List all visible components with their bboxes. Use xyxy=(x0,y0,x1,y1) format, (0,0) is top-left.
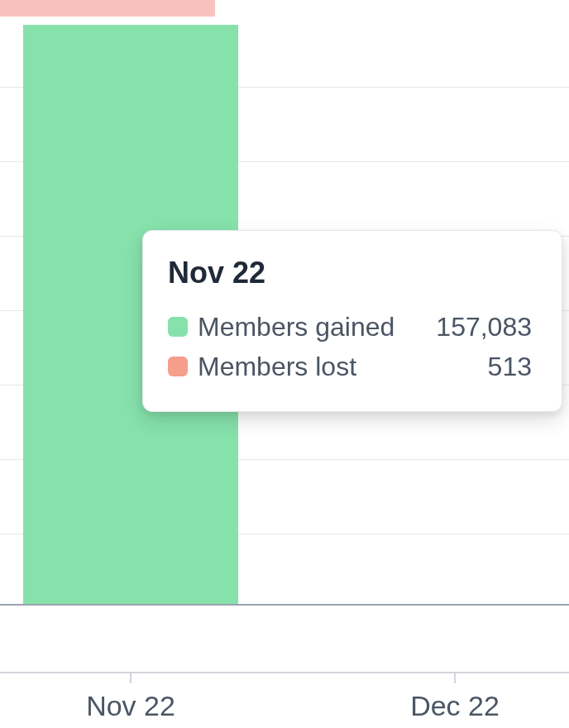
tooltip-row-gained: Members gained 157,083 xyxy=(168,307,532,347)
x-axis-label-dec: Dec 22 xyxy=(410,690,500,722)
tooltip-value-gained: 157,083 xyxy=(436,307,532,347)
x-axis-label-nov: Nov 22 xyxy=(86,690,175,722)
tooltip-label-gained: Members gained xyxy=(198,307,436,347)
swatch-lost-icon xyxy=(168,357,188,376)
swatch-gained-icon xyxy=(168,317,188,337)
chart-tooltip: Nov 22 Members gained 157,083 Members lo… xyxy=(142,230,562,412)
bar-members-lost-dec[interactable] xyxy=(0,8,215,17)
tooltip-title: Nov 22 xyxy=(168,256,532,290)
tooltip-row-lost: Members lost 513 xyxy=(168,347,532,386)
tooltip-value-lost: 513 xyxy=(488,347,532,386)
x-tick xyxy=(130,672,131,683)
bar-members-lost-nov[interactable] xyxy=(0,0,215,8)
x-axis-line xyxy=(0,672,569,673)
x-tick xyxy=(454,672,456,683)
baseline-axis xyxy=(0,604,569,606)
tooltip-label-lost: Members lost xyxy=(198,347,488,386)
